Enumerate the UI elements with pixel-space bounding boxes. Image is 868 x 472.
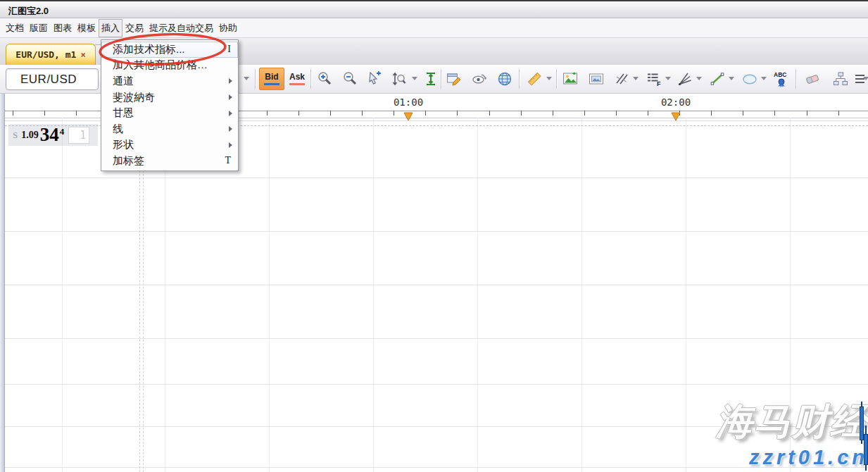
- bid-button[interactable]: Bid: [259, 68, 284, 90]
- window-title: 汇图宝2.0: [8, 5, 49, 18]
- ellipse-tool-dropdown-arrow[interactable]: [761, 77, 767, 80]
- menubar: 文档版面图表模板插入交易提示及自动交易协助: [0, 18, 868, 38]
- axis-tick: [553, 111, 553, 116]
- insert-menu-item-2[interactable]: 通道: [101, 73, 238, 89]
- ray-fan-icon[interactable]: [677, 70, 693, 87]
- menubar-item-5[interactable]: 交易: [122, 19, 146, 37]
- insert-menu: 添加技术指标...I加入其他商品价格…通道斐波納奇甘恩线形状加标签T: [101, 39, 239, 171]
- menubar-item-0[interactable]: 文档: [3, 19, 27, 37]
- insert-menu-item-7[interactable]: 加标签T: [101, 153, 238, 169]
- insert-menu-item-label: 斐波納奇: [113, 91, 155, 104]
- axis-tick: [743, 111, 743, 116]
- time-marker-icon: [403, 111, 413, 120]
- edit-window-icon[interactable]: [446, 70, 463, 87]
- axis-tick: [44, 111, 45, 116]
- ray-fan-dropdown-arrow[interactable]: [696, 77, 702, 80]
- menubar-item-3[interactable]: 模板: [75, 19, 99, 37]
- vertical-gridline: [581, 118, 582, 472]
- ask-button-label: Ask: [289, 73, 305, 82]
- insert-menu-item-label: 形状: [113, 138, 134, 151]
- quote-price-prefix: 1.09: [21, 130, 39, 141]
- axis-tick: [521, 111, 522, 116]
- visibility-icon[interactable]: [471, 70, 488, 87]
- symbol-selector[interactable]: EUR/USD: [6, 68, 99, 90]
- axis-tick: [76, 111, 77, 116]
- axis-tick: [298, 111, 299, 116]
- object-tree-icon[interactable]: [832, 70, 849, 87]
- axis-tick: [425, 111, 426, 116]
- sell-quote-box: S 1.09 34 4 1: [8, 124, 98, 146]
- zoom-in-icon[interactable]: [316, 70, 333, 87]
- parallel-lines-dropdown-arrow[interactable]: [633, 77, 639, 80]
- eraser-icon[interactable]: [804, 70, 821, 87]
- menubar-item-7[interactable]: 协助: [216, 19, 240, 37]
- tab-close-icon[interactable]: ×: [80, 50, 85, 60]
- zoom-out-icon[interactable]: [341, 70, 358, 87]
- title-bar: 汇图宝2.0: [0, 0, 868, 18]
- frame-image-icon[interactable]: [588, 70, 605, 87]
- ruler-icon[interactable]: [526, 70, 543, 87]
- ask-button[interactable]: Ask: [285, 68, 309, 90]
- fit-height-icon[interactable]: [422, 70, 439, 87]
- axis-tick: [362, 111, 363, 116]
- menubar-item-4[interactable]: 插入: [99, 19, 122, 37]
- axis-tick: [774, 111, 775, 116]
- zoom-cursor-icon[interactable]: [365, 70, 382, 87]
- tab-eurusd-m1[interactable]: EUR/USD, m1 ×: [6, 44, 96, 65]
- horizontal-gridline: [5, 338, 868, 339]
- axis-tick: [330, 111, 331, 116]
- ruler-dropdown-arrow[interactable]: [546, 77, 552, 80]
- trend-line-dropdown-arrow[interactable]: [729, 77, 734, 80]
- insert-menu-item-5[interactable]: 线: [101, 121, 238, 137]
- text-label-icon[interactable]: ABC: [772, 70, 789, 87]
- bid-button-label: Bid: [265, 73, 278, 82]
- insert-menu-item-4[interactable]: 甘恩: [101, 105, 238, 121]
- application-window: 汇图宝2.0 文档版面图表模板插入交易提示及自动交易协助 EUR/USD, m1…: [0, 0, 868, 472]
- ask-underline: [289, 83, 305, 85]
- submenu-arrow-icon: [229, 94, 232, 100]
- horizontal-gridline: [5, 285, 868, 285]
- insert-menu-item-1[interactable]: 加入其他商品价格…: [101, 58, 238, 74]
- trend-line-icon[interactable]: [709, 70, 726, 87]
- indicator-list-dropdown-arrow[interactable]: [665, 77, 671, 80]
- quantity-input[interactable]: 1: [68, 127, 89, 144]
- menubar-item-1[interactable]: 版面: [27, 19, 51, 37]
- left-grip[interactable]: [0, 94, 5, 472]
- axis-tick: [711, 111, 712, 116]
- dropdown-arrow[interactable]: [244, 77, 249, 80]
- horizontal-gridline: [5, 384, 868, 385]
- insert-menu-item-label: 添加技术指标...: [113, 43, 185, 56]
- menubar-item-6[interactable]: 提示及自动交易: [146, 19, 216, 37]
- toolbar-separator: [556, 69, 558, 89]
- insert-menu-item-label: 线: [113, 123, 123, 136]
- globe-icon[interactable]: [496, 70, 513, 87]
- time-marker-icon: [671, 111, 681, 120]
- submenu-arrow-icon: [229, 78, 232, 84]
- zoom-vertical-dropdown-arrow[interactable]: [412, 77, 417, 80]
- symbol-selector-value: EUR/USD: [6, 73, 77, 87]
- horizontal-gridline: [5, 231, 868, 232]
- vertical-gridline: [269, 118, 270, 472]
- axis-tick: [489, 111, 490, 116]
- quote-side-label: S: [13, 130, 18, 141]
- insert-menu-item-3[interactable]: 斐波納奇: [101, 89, 238, 106]
- menu-shortcut-label: I: [227, 44, 231, 55]
- overflow-dropdown-arrow[interactable]: [863, 77, 868, 80]
- insert-menu-item-6[interactable]: 形状: [101, 137, 238, 154]
- zoom-vertical-icon[interactable]: [390, 70, 407, 87]
- insert-menu-item-label: 加标签: [113, 154, 144, 168]
- insert-menu-item-0[interactable]: 添加技术指标...I: [101, 42, 238, 58]
- indicator-list-icon[interactable]: F: [646, 70, 662, 87]
- image-icon[interactable]: [562, 70, 579, 87]
- toolbar-separator: [795, 69, 797, 89]
- ellipse-tool-icon[interactable]: [741, 70, 758, 87]
- horizontal-gridline: [5, 178, 868, 178]
- axis-tick: [584, 111, 585, 116]
- insert-menu-item-label: 加入其他商品价格…: [113, 58, 208, 72]
- time-axis-label: 02:00: [661, 96, 691, 108]
- submenu-arrow-icon: [229, 142, 232, 148]
- menubar-item-2[interactable]: 图表: [51, 19, 75, 37]
- parallel-lines-icon[interactable]: [613, 70, 630, 87]
- candle-body: [864, 434, 868, 465]
- tab-label: EUR/USD, m1: [15, 49, 76, 60]
